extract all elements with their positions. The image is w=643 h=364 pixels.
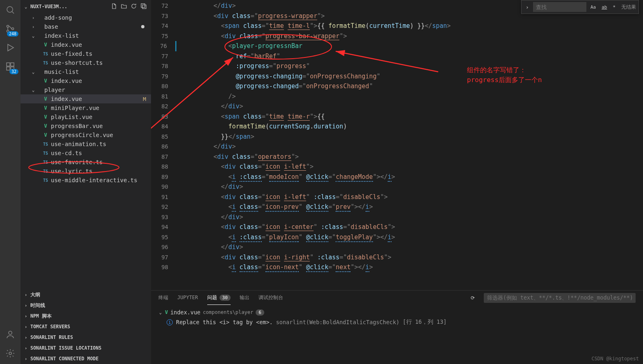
vue-icon: V: [42, 96, 49, 102]
panel-section[interactable]: ›时间线: [21, 300, 151, 311]
tree-label: index-list: [44, 32, 79, 39]
problem-message: Replace this <i> tag by <em>.: [176, 319, 273, 325]
tree-item-index-vue[interactable]: Vindex.vue: [21, 76, 151, 85]
gear-icon[interactable]: [5, 348, 16, 359]
chevron-down-icon: ⌄: [158, 310, 162, 315]
problem-item[interactable]: i Replace this <i> tag by <em>. sonarlin…: [158, 317, 636, 327]
tree-item-base[interactable]: ›base: [21, 22, 151, 31]
code-editor[interactable]: 7273747576777879808182838485868788899091…: [151, 0, 643, 290]
tree-label: use-shortcut.ts: [51, 60, 103, 66]
find-case-icon[interactable]: Aa: [589, 4, 597, 11]
activity-bar: 248 32: [0, 0, 21, 364]
file-tree[interactable]: ›add-song›base⌄index-listVindex.vueTSuse…: [21, 13, 151, 289]
ts-icon: TS: [42, 178, 49, 183]
code-body[interactable]: </div> <div class="progress-wrapper"> <s…: [176, 0, 643, 290]
chevron-icon: ⌄: [31, 87, 35, 93]
vue-icon: V: [42, 114, 49, 120]
tree-item-playList-vue[interactable]: VplayList.vue: [21, 112, 151, 121]
tab-count: 30: [220, 295, 231, 301]
chevron-right-icon: ›: [24, 346, 28, 351]
svg-rect-11: [141, 4, 145, 7]
svg-rect-6: [7, 67, 10, 70]
find-word-icon[interactable]: ab: [600, 4, 609, 11]
tree-item-player[interactable]: ⌄player: [21, 85, 151, 94]
tree-item-index-vue[interactable]: Vindex.vueM: [21, 94, 151, 103]
find-expand-icon[interactable]: ›: [524, 3, 531, 11]
problems-body[interactable]: ⌄ V index.vue components\player 6 i Repl…: [151, 305, 643, 364]
panel-section[interactable]: ›SONARLINT RULES: [21, 332, 151, 343]
tree-label: use-fixed.ts: [51, 50, 92, 57]
panel-tab-问题[interactable]: 问题30: [207, 291, 231, 305]
panel-section[interactable]: ›SONARLINT ISSUE LOCATIONS: [21, 343, 151, 353]
chevron-right-icon: ›: [24, 292, 28, 298]
project-title: NUXT-VUE3M...: [30, 4, 108, 9]
panel-section[interactable]: ›SONARLINT CONNECTED MODE: [21, 353, 151, 364]
problem-file-row[interactable]: ⌄ V index.vue components\player 6: [158, 307, 636, 317]
find-regex-icon[interactable]: *: [611, 4, 617, 11]
tree-item-add-song[interactable]: ›add-song: [21, 13, 151, 22]
chevron-right-icon: ›: [24, 314, 28, 319]
problem-file-name: index.vue: [170, 309, 200, 316]
chevron-icon: ⌄: [31, 33, 35, 39]
tree-item-progressBar-vue[interactable]: VprogressBar.vue: [21, 121, 151, 130]
panel-refresh-icon[interactable]: ⟳: [471, 295, 475, 301]
tree-label: index.vue: [51, 96, 82, 102]
ts-icon: TS: [42, 142, 49, 147]
chevron-icon: ›: [31, 15, 35, 21]
scm-icon[interactable]: 248: [5, 23, 16, 34]
tree-item-progressCircle-vue[interactable]: VprogressCircle.vue: [21, 130, 151, 140]
problem-file-path: components\player: [203, 309, 253, 315]
new-file-icon[interactable]: [111, 3, 118, 10]
refresh-icon[interactable]: [130, 3, 138, 10]
new-folder-icon[interactable]: [121, 3, 128, 10]
svg-rect-12: [142, 5, 146, 9]
svg-point-0: [7, 7, 13, 12]
tree-item-index-list[interactable]: ⌄index-list: [21, 31, 151, 40]
panel-section[interactable]: ›TOMCAT SERVERS: [21, 321, 151, 332]
problem-rule: sonarlint(Web:BoldAndItalicTagsCheck): [276, 319, 400, 325]
problem-location: [行 16，列 13]: [403, 318, 446, 326]
watermark: CSDN @kingtopest: [591, 356, 639, 362]
search-icon[interactable]: [5, 4, 16, 16]
tree-item-music-list[interactable]: ⌄music-list: [21, 67, 151, 76]
account-icon[interactable]: [5, 329, 16, 340]
tree-item-use-animation-ts[interactable]: TSuse-animation.ts: [21, 140, 151, 149]
vue-icon: V: [42, 42, 49, 48]
tree-item-use-fixed-ts[interactable]: TSuse-fixed.ts: [21, 49, 151, 58]
svg-point-10: [9, 352, 11, 355]
extensions-icon[interactable]: 32: [5, 61, 16, 72]
chevron-right-icon: ›: [24, 335, 28, 340]
tree-item-use-favorite-ts[interactable]: TSuse-favorite.ts: [21, 158, 151, 167]
svg-rect-5: [7, 63, 10, 66]
svg-point-1: [7, 25, 9, 27]
panel-section[interactable]: ›大纲: [21, 289, 151, 300]
sidebar-header[interactable]: ⌄ NUXT-VUE3M...: [21, 0, 151, 13]
panel-filter-input[interactable]: [484, 293, 636, 303]
ts-icon: TS: [42, 169, 49, 174]
svg-point-3: [12, 28, 14, 30]
modified-dot: [141, 25, 144, 28]
panel-tabs: 终端JUPYTER问题30输出调试控制台 ⟳: [151, 291, 643, 305]
panel-tab-调试控制台[interactable]: 调试控制台: [259, 291, 283, 305]
find-widget[interactable]: › Aa ab * 无结果: [521, 0, 639, 14]
tree-item-use-shortcut-ts[interactable]: TSuse-shortcut.ts: [21, 58, 151, 67]
git-status: M: [143, 96, 146, 102]
tree-label: add-song: [44, 14, 72, 21]
tree-item-use-cd-ts[interactable]: TSuse-cd.ts: [21, 149, 151, 158]
tree-item-use-middle-interactive-ts[interactable]: TSuse-middle-interactive.ts: [21, 176, 151, 185]
panel-tab-JUPYTER[interactable]: JUPYTER: [177, 291, 198, 305]
vue-icon: V: [42, 123, 49, 129]
tree-label: use-cd.ts: [51, 150, 82, 156]
run-icon[interactable]: [5, 42, 16, 53]
find-input[interactable]: [533, 2, 586, 12]
tree-label: use-favorite.ts: [51, 159, 103, 165]
panel-tab-输出[interactable]: 输出: [240, 291, 249, 305]
chevron-right-icon: ›: [24, 356, 28, 362]
tree-item-miniPlayer-vue[interactable]: VminiPlayer.vue: [21, 103, 151, 112]
tree-item-use-lyric-ts[interactable]: TSuse-lyric.ts: [21, 167, 151, 176]
tree-item-index-vue[interactable]: Vindex.vue: [21, 40, 151, 49]
panel-tab-终端[interactable]: 终端: [158, 291, 168, 305]
panel-section[interactable]: ›NPM 脚本: [21, 311, 151, 321]
collapse-icon[interactable]: [140, 3, 148, 10]
vue-icon: V: [42, 105, 49, 111]
